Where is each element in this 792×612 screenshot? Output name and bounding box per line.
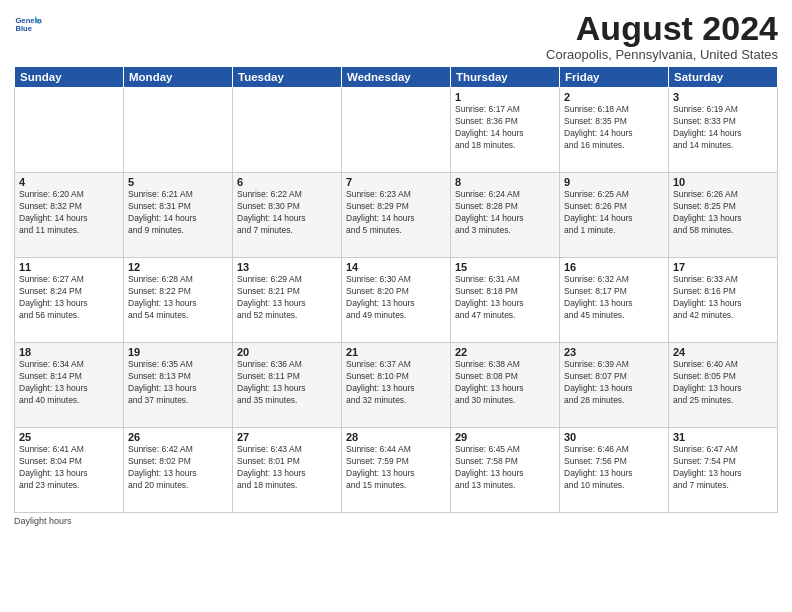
- day-number: 6: [237, 176, 337, 188]
- day-info: Sunrise: 6:24 AM Sunset: 8:28 PM Dayligh…: [455, 189, 555, 237]
- day-number: 12: [128, 261, 228, 273]
- footer-note: Daylight hours: [14, 516, 778, 526]
- weekday-header-friday: Friday: [560, 67, 669, 88]
- day-info: Sunrise: 6:19 AM Sunset: 8:33 PM Dayligh…: [673, 104, 773, 152]
- calendar-cell: 6Sunrise: 6:22 AM Sunset: 8:30 PM Daylig…: [233, 173, 342, 258]
- calendar-cell: 2Sunrise: 6:18 AM Sunset: 8:35 PM Daylig…: [560, 88, 669, 173]
- header: General Blue General Blue August 2024 Co…: [14, 10, 778, 62]
- week-row-2: 4Sunrise: 6:20 AM Sunset: 8:32 PM Daylig…: [15, 173, 778, 258]
- calendar-cell: 12Sunrise: 6:28 AM Sunset: 8:22 PM Dayli…: [124, 258, 233, 343]
- weekday-header-row: SundayMondayTuesdayWednesdayThursdayFrid…: [15, 67, 778, 88]
- day-info: Sunrise: 6:21 AM Sunset: 8:31 PM Dayligh…: [128, 189, 228, 237]
- day-number: 29: [455, 431, 555, 443]
- weekday-header-tuesday: Tuesday: [233, 67, 342, 88]
- day-info: Sunrise: 6:40 AM Sunset: 8:05 PM Dayligh…: [673, 359, 773, 407]
- day-info: Sunrise: 6:28 AM Sunset: 8:22 PM Dayligh…: [128, 274, 228, 322]
- calendar-cell: [124, 88, 233, 173]
- day-number: 22: [455, 346, 555, 358]
- day-number: 9: [564, 176, 664, 188]
- calendar-cell: 26Sunrise: 6:42 AM Sunset: 8:02 PM Dayli…: [124, 428, 233, 513]
- calendar-cell: 30Sunrise: 6:46 AM Sunset: 7:56 PM Dayli…: [560, 428, 669, 513]
- week-row-4: 18Sunrise: 6:34 AM Sunset: 8:14 PM Dayli…: [15, 343, 778, 428]
- calendar-cell: 11Sunrise: 6:27 AM Sunset: 8:24 PM Dayli…: [15, 258, 124, 343]
- calendar-cell: 27Sunrise: 6:43 AM Sunset: 8:01 PM Dayli…: [233, 428, 342, 513]
- calendar-cell: 7Sunrise: 6:23 AM Sunset: 8:29 PM Daylig…: [342, 173, 451, 258]
- day-info: Sunrise: 6:29 AM Sunset: 8:21 PM Dayligh…: [237, 274, 337, 322]
- calendar-cell: 20Sunrise: 6:36 AM Sunset: 8:11 PM Dayli…: [233, 343, 342, 428]
- calendar-cell: 16Sunrise: 6:32 AM Sunset: 8:17 PM Dayli…: [560, 258, 669, 343]
- day-info: Sunrise: 6:37 AM Sunset: 8:10 PM Dayligh…: [346, 359, 446, 407]
- day-number: 5: [128, 176, 228, 188]
- calendar-cell: 10Sunrise: 6:26 AM Sunset: 8:25 PM Dayli…: [669, 173, 778, 258]
- day-info: Sunrise: 6:44 AM Sunset: 7:59 PM Dayligh…: [346, 444, 446, 492]
- calendar-cell: 23Sunrise: 6:39 AM Sunset: 8:07 PM Dayli…: [560, 343, 669, 428]
- day-info: Sunrise: 6:20 AM Sunset: 8:32 PM Dayligh…: [19, 189, 119, 237]
- calendar-cell: 24Sunrise: 6:40 AM Sunset: 8:05 PM Dayli…: [669, 343, 778, 428]
- calendar-cell: 25Sunrise: 6:41 AM Sunset: 8:04 PM Dayli…: [15, 428, 124, 513]
- day-info: Sunrise: 6:25 AM Sunset: 8:26 PM Dayligh…: [564, 189, 664, 237]
- week-row-1: 1Sunrise: 6:17 AM Sunset: 8:36 PM Daylig…: [15, 88, 778, 173]
- calendar-cell: 5Sunrise: 6:21 AM Sunset: 8:31 PM Daylig…: [124, 173, 233, 258]
- day-number: 3: [673, 91, 773, 103]
- day-number: 30: [564, 431, 664, 443]
- calendar-cell: 18Sunrise: 6:34 AM Sunset: 8:14 PM Dayli…: [15, 343, 124, 428]
- day-info: Sunrise: 6:45 AM Sunset: 7:58 PM Dayligh…: [455, 444, 555, 492]
- subtitle: Coraopolis, Pennsylvania, United States: [546, 47, 778, 62]
- calendar-cell: 17Sunrise: 6:33 AM Sunset: 8:16 PM Dayli…: [669, 258, 778, 343]
- calendar-cell: 3Sunrise: 6:19 AM Sunset: 8:33 PM Daylig…: [669, 88, 778, 173]
- day-number: 1: [455, 91, 555, 103]
- weekday-header-monday: Monday: [124, 67, 233, 88]
- day-number: 18: [19, 346, 119, 358]
- day-info: Sunrise: 6:35 AM Sunset: 8:13 PM Dayligh…: [128, 359, 228, 407]
- weekday-header-wednesday: Wednesday: [342, 67, 451, 88]
- day-number: 23: [564, 346, 664, 358]
- calendar-cell: 4Sunrise: 6:20 AM Sunset: 8:32 PM Daylig…: [15, 173, 124, 258]
- day-number: 19: [128, 346, 228, 358]
- day-number: 26: [128, 431, 228, 443]
- day-info: Sunrise: 6:39 AM Sunset: 8:07 PM Dayligh…: [564, 359, 664, 407]
- calendar-cell: [342, 88, 451, 173]
- day-info: Sunrise: 6:30 AM Sunset: 8:20 PM Dayligh…: [346, 274, 446, 322]
- day-number: 21: [346, 346, 446, 358]
- weekday-header-sunday: Sunday: [15, 67, 124, 88]
- day-info: Sunrise: 6:46 AM Sunset: 7:56 PM Dayligh…: [564, 444, 664, 492]
- week-row-5: 25Sunrise: 6:41 AM Sunset: 8:04 PM Dayli…: [15, 428, 778, 513]
- daylight-label: Daylight hours: [14, 516, 72, 526]
- day-info: Sunrise: 6:32 AM Sunset: 8:17 PM Dayligh…: [564, 274, 664, 322]
- day-info: Sunrise: 6:43 AM Sunset: 8:01 PM Dayligh…: [237, 444, 337, 492]
- day-number: 15: [455, 261, 555, 273]
- day-info: Sunrise: 6:47 AM Sunset: 7:54 PM Dayligh…: [673, 444, 773, 492]
- day-info: Sunrise: 6:41 AM Sunset: 8:04 PM Dayligh…: [19, 444, 119, 492]
- month-title: August 2024: [546, 10, 778, 47]
- day-number: 13: [237, 261, 337, 273]
- calendar-cell: 29Sunrise: 6:45 AM Sunset: 7:58 PM Dayli…: [451, 428, 560, 513]
- calendar-cell: [15, 88, 124, 173]
- day-info: Sunrise: 6:33 AM Sunset: 8:16 PM Dayligh…: [673, 274, 773, 322]
- day-info: Sunrise: 6:31 AM Sunset: 8:18 PM Dayligh…: [455, 274, 555, 322]
- svg-text:Blue: Blue: [15, 24, 32, 33]
- day-info: Sunrise: 6:22 AM Sunset: 8:30 PM Dayligh…: [237, 189, 337, 237]
- day-info: Sunrise: 6:26 AM Sunset: 8:25 PM Dayligh…: [673, 189, 773, 237]
- day-number: 17: [673, 261, 773, 273]
- day-number: 7: [346, 176, 446, 188]
- calendar-cell: 22Sunrise: 6:38 AM Sunset: 8:08 PM Dayli…: [451, 343, 560, 428]
- day-info: Sunrise: 6:17 AM Sunset: 8:36 PM Dayligh…: [455, 104, 555, 152]
- calendar-cell: 1Sunrise: 6:17 AM Sunset: 8:36 PM Daylig…: [451, 88, 560, 173]
- day-number: 16: [564, 261, 664, 273]
- day-number: 31: [673, 431, 773, 443]
- day-info: Sunrise: 6:42 AM Sunset: 8:02 PM Dayligh…: [128, 444, 228, 492]
- day-number: 27: [237, 431, 337, 443]
- day-number: 24: [673, 346, 773, 358]
- week-row-3: 11Sunrise: 6:27 AM Sunset: 8:24 PM Dayli…: [15, 258, 778, 343]
- calendar-cell: 15Sunrise: 6:31 AM Sunset: 8:18 PM Dayli…: [451, 258, 560, 343]
- day-number: 4: [19, 176, 119, 188]
- logo: General Blue General Blue: [14, 10, 42, 38]
- day-info: Sunrise: 6:36 AM Sunset: 8:11 PM Dayligh…: [237, 359, 337, 407]
- day-number: 8: [455, 176, 555, 188]
- logo-icon: General Blue: [14, 10, 42, 38]
- day-number: 20: [237, 346, 337, 358]
- calendar-cell: 31Sunrise: 6:47 AM Sunset: 7:54 PM Dayli…: [669, 428, 778, 513]
- day-info: Sunrise: 6:38 AM Sunset: 8:08 PM Dayligh…: [455, 359, 555, 407]
- day-number: 14: [346, 261, 446, 273]
- day-number: 10: [673, 176, 773, 188]
